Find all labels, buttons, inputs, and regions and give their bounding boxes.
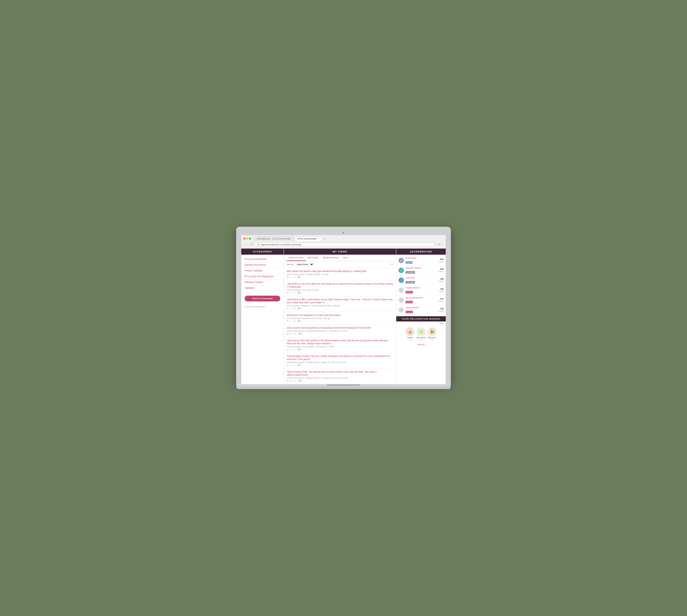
comments-stat-3: 💬 0 [298, 320, 302, 322]
post-item-2[interactable]: I would like to filter a view where revi… [284, 296, 396, 312]
post-title-6: Training Mgmt module: how do I assign tr… [287, 355, 393, 361]
leader-item-5[interactable]: G Ginny Bickers Novice 136 Points [396, 305, 446, 315]
post-meta-6: General Discussions • Christie Hamlett •… [287, 361, 393, 363]
laptop-container: Workspaces - ETQ Community ETQ Community… [236, 227, 451, 389]
leader-item-2[interactable]: J Joel Wolf Specialist 455 Points [396, 276, 446, 285]
browser-url-row: ‹ › ↺ 🔒 etqcommunity.force.com/s/etq-com… [244, 242, 443, 247]
post-title-2: I would like to filter a view where revi… [287, 298, 393, 304]
likes-stat-4: △ 1 [294, 333, 297, 335]
browser-tab-2[interactable]: ETQ Community × [295, 236, 322, 241]
community-guidelines-link[interactable]: Community Guidelines [241, 304, 283, 309]
view-all-link[interactable]: View All [396, 342, 446, 347]
likes-stat-1: △ 2 [292, 292, 295, 294]
lock-icon: 🔒 [257, 243, 259, 246]
leader-item-1[interactable]: S Srinivas Vridula Specialist 546 Points [396, 266, 446, 276]
welcome-icon: 🎉 [428, 327, 436, 336]
leader-item-3[interactable]: C Charles Brinck Novice 139 Points [396, 285, 446, 295]
leader-badge-1: Specialist [406, 271, 415, 273]
reload-button[interactable]: ↺ [250, 243, 253, 246]
leader-name-1: Srinivas Vridula [406, 267, 437, 269]
views-stat-6: 👁 3 [287, 364, 290, 366]
tab-my-bookmarks[interactable]: My Bookmark(s) [320, 255, 341, 261]
likes-stat-0: △ 0 [292, 276, 295, 278]
leader-avatar-2: J [398, 278, 404, 283]
comments-stat-6: 💬 0 [298, 364, 302, 366]
likes-stat-2: △ 0 [292, 307, 295, 310]
badge-item-welcome[interactable]: 🎉 Welcome (1) [428, 327, 436, 340]
post-item-4[interactable]: Does anyone have experience on Exporting… [284, 325, 396, 337]
star-icon[interactable]: ☆ [436, 243, 438, 246]
sidebar-item-script[interactable]: ETQ Script And Integrations [241, 273, 283, 280]
close-dot[interactable] [244, 238, 245, 240]
categories-header: CATEGORIES [241, 248, 283, 255]
url-bar[interactable]: 🔒 etqcommunity.force.com/s/etq-community [254, 243, 434, 247]
laptop-base [236, 384, 451, 389]
leaderboard-header: LEADERBOARD [396, 248, 446, 255]
post-stats-7: 👁 10 △ 1 💬 0 [287, 380, 393, 382]
fullscreen-dot[interactable] [249, 238, 251, 240]
browser-tabs-row: Workspaces - ETQ Community ETQ Community… [244, 236, 443, 241]
sort-bar: Sort by Latest Posts ▼ [284, 261, 396, 268]
post-item-3[interactable]: Sharepoint List integration to create ne… [284, 312, 396, 325]
minimize-dot[interactable] [246, 238, 248, 240]
leader-badge-5: Novice [406, 311, 413, 313]
views-stat-5: 👁 4 [287, 348, 290, 351]
browser-chrome: Workspaces - ETQ Community ETQ Community… [241, 235, 446, 248]
tab-more[interactable]: More [341, 255, 350, 261]
post-to-community-button[interactable]: Post to Community [245, 295, 280, 301]
browser-tab-1[interactable]: Workspaces - ETQ Community [254, 236, 294, 241]
sort-select[interactable]: Latest Posts [294, 262, 314, 266]
badge-item-nicework[interactable]: ⭐ Nice Work (1) [417, 327, 426, 340]
leader-avatar-3: C [398, 287, 404, 293]
post-title-7: "When Exiting Field", we used to have a … [287, 370, 393, 376]
give-link[interactable]: Give [396, 322, 446, 326]
post-list: Why doesn't all options using type ahead… [284, 268, 396, 384]
leader-item-4[interactable]: A Alexis Brownstein Novice 137 Points [396, 295, 446, 305]
back-button[interactable]: ‹ [244, 243, 246, 246]
post-stats-5: 👁 4 △ 1 💬 0 [287, 348, 393, 351]
sidebar-item-general[interactable]: General Discussions [241, 262, 283, 268]
comments-stat-7: 💬 0 [299, 380, 303, 382]
sidebar-item-validation[interactable]: Validation [241, 285, 283, 291]
tab-recent-posts[interactable]: Recent Post(s) [287, 255, 305, 261]
badge-item-thanks[interactable]: 👍 Thanks (3) [406, 327, 414, 340]
post-item-6[interactable]: Training Mgmt module: how do I assign tr… [284, 353, 396, 369]
leader-points-3: 139 Points [439, 288, 443, 292]
comments-stat-1: 💬 1 [298, 292, 302, 294]
badge-count-nicework: (1) [417, 338, 426, 340]
comments-stat-5: 💬 0 [298, 348, 302, 351]
tab-my-posts[interactable]: My Post(s) [305, 255, 320, 261]
post-meta-5: Product Usability • Bruce Walker • Yeste… [287, 346, 393, 348]
menu-icon[interactable]: ⋮ [441, 243, 443, 246]
leader-badge-2: Specialist [406, 281, 415, 284]
post-item-1[interactable]: I would like to see ETQ allow the void p… [284, 281, 396, 296]
tab-close-icon[interactable]: × [317, 237, 319, 240]
extensions-icon[interactable]: ⚙ [438, 243, 440, 246]
post-item-7[interactable]: "When Exiting Field", we used to have a … [284, 369, 396, 384]
sidebar-item-announcements[interactable]: ETQ Announcements [241, 256, 283, 262]
leader-item-0[interactable]: R Rob Daniel Expert 802 Points [396, 256, 446, 266]
browser-actions: ☆ ⚙ ⋮ [436, 243, 443, 246]
badge-name-welcome: Welcome [428, 336, 436, 338]
sort-label: Sort by [287, 263, 293, 266]
sidebar-item-release[interactable]: Release Previews [241, 280, 283, 285]
badge-count-thanks: (3) [406, 338, 414, 340]
leader-points-2: 455 Points [439, 278, 443, 283]
post-item-0[interactable]: Why doesn't all options using type ahead… [284, 268, 396, 281]
post-title-0: Why doesn't all options using type ahead… [287, 270, 393, 273]
badge-count-welcome: (1) [428, 338, 436, 340]
leader-points-1: 546 Points [439, 268, 443, 273]
leader-name-0: Rob Daniel [406, 257, 437, 259]
leader-name-4: Alexis Brownstein [406, 296, 437, 299]
left-sidebar: CATEGORIES ETQ Announcements General Dis… [241, 248, 284, 384]
post-stats-3: 👁 3 △ 0 💬 0 [287, 320, 393, 322]
sidebar-item-usability[interactable]: Product Usability [241, 268, 283, 273]
main-content: CATEGORIES ETQ Announcements General Dis… [241, 248, 446, 384]
post-item-5[interactable]: I have group and user profiles in the ad… [284, 337, 396, 353]
post-stats-0: 👁 5 △ 0 💬 1 [287, 276, 393, 278]
post-meta-7: General Discussions • Waylon Ferguson • … [287, 377, 393, 379]
new-tab-button[interactable]: + [323, 237, 327, 240]
forward-button[interactable]: › [247, 243, 249, 246]
filter-icon[interactable]: ▼ [391, 263, 393, 266]
likes-stat-5: △ 1 [292, 348, 295, 351]
